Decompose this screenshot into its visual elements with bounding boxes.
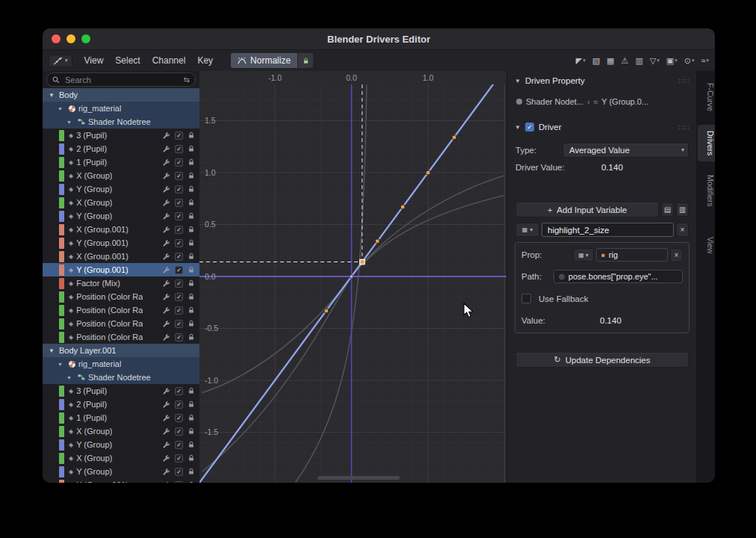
- lock-icon[interactable]: [188, 293, 195, 300]
- enabled-checkbox[interactable]: ✓: [175, 212, 183, 220]
- select-grid-button[interactable]: ▦: [607, 56, 614, 66]
- id-type-dropdown[interactable]: ▦ ▾: [573, 248, 594, 262]
- channel-row[interactable]: ◈Y (Group)✓: [43, 209, 199, 223]
- channel-row[interactable]: ◈Position (Color Ra✓: [43, 317, 199, 330]
- wrench-icon[interactable]: [162, 199, 170, 207]
- driver-panel-header[interactable]: ▼ ✓ Driver ∷∷: [512, 120, 693, 134]
- lock-icon[interactable]: [188, 441, 195, 448]
- lock-icon[interactable]: [188, 306, 195, 314]
- wrench-icon[interactable]: [162, 185, 170, 194]
- filter-button[interactable]: ▽▾: [650, 56, 660, 66]
- enabled-checkbox[interactable]: ✓: [175, 306, 183, 315]
- menu-view[interactable]: View: [78, 55, 110, 66]
- channel-row[interactable]: ◈3 (Pupil)✓: [43, 129, 199, 142]
- driver-type-dropdown[interactable]: Averaged Value ▾: [563, 143, 689, 158]
- enabled-checkbox[interactable]: ✓: [175, 468, 183, 476]
- lock-icon[interactable]: [188, 333, 195, 341]
- enabled-checkbox[interactable]: ✓: [175, 481, 183, 483]
- normalize-lock-button[interactable]: [298, 53, 313, 68]
- enabled-checkbox[interactable]: ✓: [175, 158, 183, 167]
- wrench-icon[interactable]: [162, 481, 170, 483]
- enabled-checkbox[interactable]: ✓: [175, 185, 183, 194]
- collapse-triangle-icon[interactable]: ▼: [49, 92, 55, 99]
- menu-select[interactable]: Select: [109, 55, 146, 66]
- channel-row[interactable]: ◈X (Group)✓: [43, 196, 199, 209]
- enabled-checkbox[interactable]: ✓: [175, 172, 183, 180]
- wrench-icon[interactable]: [162, 454, 170, 463]
- lock-icon[interactable]: [188, 468, 195, 475]
- lock-icon[interactable]: [188, 279, 195, 287]
- lock-icon[interactable]: [188, 185, 195, 193]
- enabled-checkbox[interactable]: ✓: [175, 145, 183, 153]
- material-row[interactable]: ▼rig_material: [43, 357, 199, 371]
- lock-icon[interactable]: [188, 266, 195, 273]
- channel-row[interactable]: ◈3 (Pupil)✓: [43, 384, 199, 398]
- snap-button[interactable]: ⊙▾: [684, 56, 695, 66]
- lock-icon[interactable]: [188, 454, 195, 462]
- enabled-checkbox[interactable]: ✓: [175, 253, 183, 261]
- wrench-icon[interactable]: [162, 132, 170, 140]
- collapse-triangle-icon[interactable]: ▼: [66, 375, 72, 380]
- channel-row[interactable]: ◈X (Group.001)✓: [43, 223, 199, 236]
- enabled-checkbox[interactable]: ✓: [175, 454, 183, 463]
- variable-name-field[interactable]: highlight_2_size: [542, 223, 674, 237]
- minimize-button[interactable]: [66, 34, 75, 43]
- use-fallback-checkbox[interactable]: [521, 294, 531, 303]
- lock-icon[interactable]: [188, 427, 195, 435]
- overlap-button[interactable]: ▥: [635, 56, 642, 66]
- zoom-button[interactable]: [81, 34, 90, 43]
- breadcrumb-owner[interactable]: Shader Nodet...: [526, 97, 583, 106]
- lock-icon[interactable]: [188, 401, 195, 408]
- channel-row[interactable]: ◈2 (Pupil)✓: [43, 142, 199, 155]
- collapse-triangle-icon[interactable]: ▼: [66, 120, 72, 125]
- nodetree-row[interactable]: ▼Shader Nodetree: [43, 371, 199, 384]
- add-input-variable-button[interactable]: + Add Input Variable: [515, 202, 659, 217]
- enabled-checkbox[interactable]: ✓: [175, 132, 183, 140]
- proportional-falloff-button[interactable]: ≈▾: [701, 56, 709, 65]
- path-field[interactable]: ◎ pose.bones["prop.eye"...: [554, 270, 683, 283]
- channel-row[interactable]: ◈X (Group)✓: [43, 169, 199, 182]
- select-box-button[interactable]: ▧: [592, 56, 600, 66]
- enabled-checkbox[interactable]: ✓: [175, 414, 183, 422]
- enabled-checkbox[interactable]: ✓: [175, 333, 183, 341]
- wrench-icon[interactable]: [162, 266, 170, 274]
- wrench-icon[interactable]: [162, 468, 170, 476]
- channel-row[interactable]: ◈X (Group)✓: [43, 451, 199, 465]
- driven-property-panel-header[interactable]: ▼ Driven Property ∷∷: [512, 74, 693, 87]
- lock-icon[interactable]: [188, 145, 195, 152]
- channel-row[interactable]: ◈X (Group.001)✓: [43, 478, 199, 483]
- wrench-icon[interactable]: [162, 387, 170, 395]
- breadcrumb-target[interactable]: Y (Group.0...: [601, 97, 648, 106]
- wrench-icon[interactable]: [162, 427, 170, 436]
- menu-channel[interactable]: Channel: [146, 55, 192, 66]
- update-dependencies-button[interactable]: ↻ Update Dependencies: [515, 352, 689, 368]
- lock-icon[interactable]: [188, 387, 195, 395]
- channel-group-row[interactable]: ▼Body Layer.001: [43, 344, 199, 357]
- wrench-icon[interactable]: [162, 158, 170, 167]
- channel-row[interactable]: ◈Position (Color Ra✓: [43, 330, 199, 344]
- channel-row[interactable]: ◈Y (Group)✓: [43, 438, 199, 451]
- lock-icon[interactable]: [188, 226, 195, 233]
- prop-object-field[interactable]: ■ rig: [596, 248, 668, 262]
- enabled-checkbox[interactable]: ✓: [175, 199, 183, 207]
- enabled-checkbox[interactable]: ✓: [175, 279, 183, 288]
- channel-row[interactable]: ◈Position (Color Ra✓: [43, 303, 199, 317]
- close-button[interactable]: [52, 34, 61, 43]
- material-row[interactable]: ▼rig_material: [43, 102, 199, 115]
- channel-row[interactable]: ◈X (Group)✓: [43, 424, 199, 438]
- tab-f-curve[interactable]: F-Curve: [698, 77, 715, 117]
- enabled-checkbox[interactable]: ✓: [175, 387, 183, 395]
- channel-row[interactable]: ◈Position (Color Ra✓: [43, 290, 199, 303]
- wrench-icon[interactable]: [162, 441, 170, 449]
- wrench-icon[interactable]: [162, 253, 170, 261]
- channel-row[interactable]: ◈Y (Group.001)✓: [43, 236, 199, 250]
- enabled-checkbox[interactable]: ✓: [175, 441, 183, 449]
- lock-icon[interactable]: [188, 481, 195, 483]
- remove-variable-button[interactable]: ×: [676, 223, 689, 237]
- lock-icon[interactable]: [188, 212, 195, 220]
- enabled-checkbox[interactable]: ✓: [175, 401, 183, 409]
- tab-modifiers[interactable]: Modifiers: [698, 169, 715, 213]
- channel-row[interactable]: ◈2 (Pupil)✓: [43, 398, 199, 411]
- clear-object-button[interactable]: ×: [670, 248, 683, 262]
- wrench-icon[interactable]: [162, 401, 170, 409]
